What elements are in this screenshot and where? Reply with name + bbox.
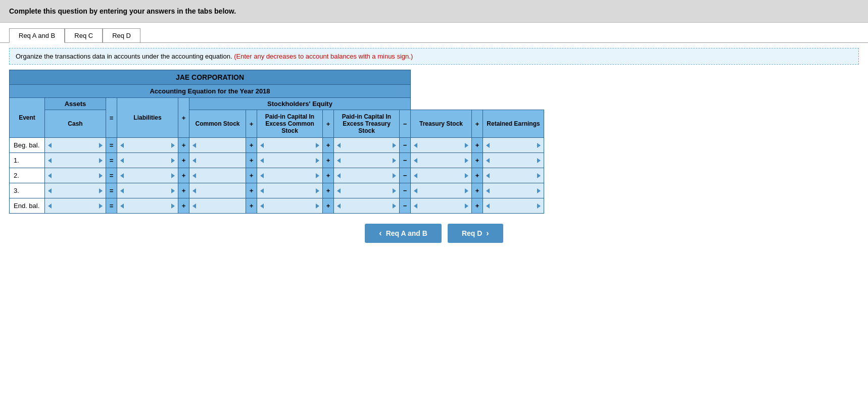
paid-in-treasury-input-1[interactable]	[334, 153, 400, 168]
tab-req-c[interactable]: Req C	[65, 28, 103, 43]
cs-field-0[interactable]	[197, 141, 243, 150]
tab-req-a-b[interactable]: Req A and B	[9, 28, 65, 43]
paid-in-treasury-input-4[interactable]	[334, 198, 400, 214]
cash-col-header: Cash	[45, 110, 106, 138]
prev-button[interactable]: Req A and B	[365, 224, 442, 243]
paid-in-treasury-col-header: Paid-in Capital In Excess Treasury Stock	[334, 110, 400, 138]
re-field-1[interactable]	[491, 156, 536, 165]
retained-earnings-col-header: Retained Earnings	[483, 110, 544, 138]
tab-req-d[interactable]: Req D	[103, 28, 140, 43]
paid-in-treasury-input-0[interactable]	[334, 138, 400, 153]
cash-input-1[interactable]	[45, 153, 106, 168]
paid-in-treasury-input-3[interactable]	[334, 183, 400, 198]
ts-field-1[interactable]	[418, 156, 464, 165]
cash-input-4[interactable]	[45, 198, 106, 214]
common-stock-input-4[interactable]	[189, 198, 246, 214]
plus3-4: +	[323, 198, 334, 214]
paid-in-common-input-2[interactable]	[257, 168, 323, 183]
re-field-0[interactable]	[491, 141, 536, 150]
retained-earnings-input-3[interactable]	[483, 183, 544, 198]
plus3-0: +	[323, 138, 334, 153]
table-row: 2.=+++−+	[10, 168, 544, 183]
retained-earnings-input-1[interactable]	[483, 153, 544, 168]
instruction-note: (Enter any decreases to account balances…	[234, 53, 413, 60]
eq-sign-3: =	[106, 183, 117, 198]
eq-sign-header: =	[106, 98, 117, 138]
pit-field-3[interactable]	[344, 186, 390, 195]
pit-field-4[interactable]	[344, 201, 390, 211]
common-stock-input-0[interactable]	[189, 138, 246, 153]
accounting-table: JAE CORPORATION Accounting Equation for …	[9, 70, 544, 214]
cs-field-1[interactable]	[197, 156, 243, 165]
treasury-stock-input-1[interactable]	[411, 153, 472, 168]
paid-in-common-input-0[interactable]	[257, 138, 323, 153]
cash-field-4[interactable]	[53, 201, 98, 211]
pic-field-0[interactable]	[267, 141, 313, 150]
pit-field-0[interactable]	[344, 141, 390, 150]
liabilities-input-0[interactable]	[117, 138, 178, 153]
cash-input-2[interactable]	[45, 168, 106, 183]
liab-field-4[interactable]	[125, 201, 170, 211]
pic-field-3[interactable]	[267, 186, 313, 195]
minus-1: −	[400, 153, 411, 168]
table-row: 1.=+++−+	[10, 153, 544, 168]
ts-field-2[interactable]	[418, 171, 464, 180]
liab-field-1[interactable]	[125, 156, 170, 165]
chevron-left-icon	[379, 229, 381, 238]
instruction-bar: Organize the transactions data in accoun…	[9, 48, 859, 65]
ts-field-4[interactable]	[418, 201, 464, 211]
common-stock-input-2[interactable]	[189, 168, 246, 183]
paid-in-common-input-4[interactable]	[257, 198, 323, 214]
treasury-stock-input-4[interactable]	[411, 198, 472, 214]
paid-in-common-input-1[interactable]	[257, 153, 323, 168]
plus2-2: +	[246, 168, 257, 183]
ts-field-0[interactable]	[418, 141, 464, 150]
pic-field-4[interactable]	[267, 201, 313, 211]
chevron-right-icon	[486, 229, 489, 238]
retained-earnings-input-2[interactable]	[483, 168, 544, 183]
se-group-header: Stockholders' Equity	[189, 98, 411, 110]
re-field-4[interactable]	[491, 201, 536, 211]
common-stock-input-1[interactable]	[189, 153, 246, 168]
cash-field-0[interactable]	[53, 141, 98, 150]
plus4-0: +	[472, 138, 483, 153]
cs-field-2[interactable]	[197, 171, 243, 180]
bottom-buttons: Req A and B Req D	[0, 224, 868, 243]
plus1-header: +	[178, 98, 189, 138]
liab-field-0[interactable]	[125, 141, 170, 150]
liabilities-input-1[interactable]	[117, 153, 178, 168]
re-field-2[interactable]	[491, 171, 536, 180]
treasury-stock-input-0[interactable]	[411, 138, 472, 153]
retained-earnings-input-0[interactable]	[483, 138, 544, 153]
liabilities-input-4[interactable]	[117, 198, 178, 214]
pic-field-1[interactable]	[267, 156, 313, 165]
plus4-3: +	[472, 183, 483, 198]
cash-input-3[interactable]	[45, 183, 106, 198]
paid-in-treasury-input-2[interactable]	[334, 168, 400, 183]
liab-field-2[interactable]	[125, 171, 170, 180]
pic-field-2[interactable]	[267, 171, 313, 180]
common-stock-input-3[interactable]	[189, 183, 246, 198]
paid-in-common-input-3[interactable]	[257, 183, 323, 198]
treasury-stock-input-3[interactable]	[411, 183, 472, 198]
retained-earnings-input-4[interactable]	[483, 198, 544, 214]
cash-field-1[interactable]	[53, 156, 98, 165]
treasury-stock-input-2[interactable]	[411, 168, 472, 183]
cash-field-3[interactable]	[53, 186, 98, 195]
plus4-header: +	[472, 110, 483, 138]
pit-field-1[interactable]	[344, 156, 390, 165]
liabilities-input-2[interactable]	[117, 168, 178, 183]
cash-input-0[interactable]	[45, 138, 106, 153]
cash-field-2[interactable]	[53, 171, 98, 180]
cs-field-4[interactable]	[197, 201, 243, 211]
cs-field-3[interactable]	[197, 186, 243, 195]
next-button[interactable]: Req D	[448, 224, 503, 243]
accounting-table-container: JAE CORPORATION Accounting Equation for …	[9, 70, 859, 214]
pit-field-2[interactable]	[344, 171, 390, 180]
ts-field-3[interactable]	[418, 186, 464, 195]
re-field-3[interactable]	[491, 186, 536, 195]
liab-field-3[interactable]	[125, 186, 170, 195]
plus4-4: +	[472, 198, 483, 214]
row-label-2: 2.	[10, 168, 45, 183]
liabilities-input-3[interactable]	[117, 183, 178, 198]
